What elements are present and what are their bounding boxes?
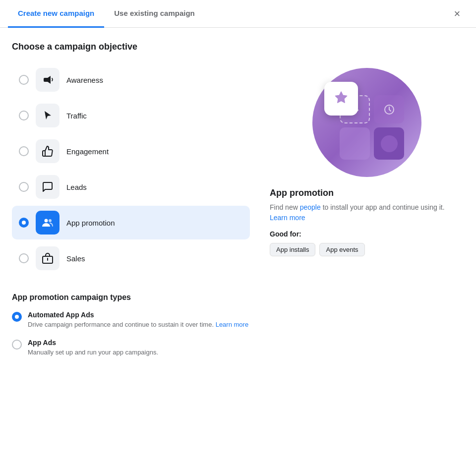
awareness-label: Awareness bbox=[66, 76, 103, 84]
sales-label: Sales bbox=[66, 254, 85, 263]
objective-sales[interactable]: Sales bbox=[12, 241, 250, 275]
promo-title: App promotion bbox=[270, 188, 464, 198]
ct-automated-learn-more[interactable]: Learn more bbox=[216, 321, 248, 328]
star-card bbox=[324, 82, 358, 116]
objective-awareness[interactable]: Awareness bbox=[12, 63, 250, 97]
promo-desc: Find new people to install your app and … bbox=[270, 202, 464, 223]
ct-manual-text: App Ads Manually set up and run your app… bbox=[28, 339, 158, 357]
radio-leads bbox=[19, 182, 29, 192]
traffic-icon-box bbox=[36, 104, 60, 127]
objectives-list: Awareness Traffic bbox=[12, 63, 250, 277]
campaign-types-section: App promotion campaign types Automated A… bbox=[12, 293, 464, 366]
awareness-icon-box bbox=[36, 68, 60, 92]
modal-content: Choose a campaign objective Awareness bbox=[0, 28, 476, 378]
bag-icon bbox=[42, 252, 54, 264]
leads-icon-box bbox=[36, 175, 60, 199]
promo-people-link[interactable]: people bbox=[300, 203, 321, 211]
megaphone-icon bbox=[42, 74, 54, 86]
cursor-icon bbox=[42, 110, 53, 121]
svg-point-0 bbox=[45, 219, 48, 223]
thumbsup-icon bbox=[42, 145, 54, 157]
svg-point-1 bbox=[49, 219, 52, 222]
two-column-layout: Awareness Traffic bbox=[12, 63, 464, 277]
radio-app-promotion bbox=[19, 218, 29, 228]
promo-learn-more-link[interactable]: Learn more bbox=[270, 214, 305, 222]
ct-radio-automated bbox=[12, 312, 22, 322]
campaign-type-automated[interactable]: Automated App Ads Drive campaign perform… bbox=[12, 311, 464, 330]
engagement-label: Engagement bbox=[66, 147, 109, 156]
campaign-types-title: App promotion campaign types bbox=[12, 293, 464, 302]
tab-use-existing[interactable]: Use existing campaign bbox=[104, 0, 205, 28]
promo-desc-before: Find new bbox=[270, 203, 300, 211]
ct-radio-automated-inner bbox=[15, 315, 19, 319]
sales-icon-box bbox=[36, 246, 60, 270]
tag-app-installs: App installs bbox=[270, 243, 315, 256]
app-promotion-label: App promotion bbox=[66, 219, 115, 227]
circle-decoration bbox=[381, 135, 398, 152]
people-icon bbox=[41, 216, 54, 229]
objective-engagement[interactable]: Engagement bbox=[12, 134, 250, 168]
tags-container: App installs App events bbox=[270, 243, 464, 256]
ct-automated-title: Automated App Ads bbox=[28, 311, 248, 319]
engagement-icon-box bbox=[36, 139, 60, 163]
radio-traffic bbox=[19, 111, 29, 120]
objective-leads[interactable]: Leads bbox=[12, 170, 250, 204]
ct-manual-desc: Manually set up and run your app campaig… bbox=[28, 348, 158, 357]
radio-engagement bbox=[19, 146, 29, 156]
leads-label: Leads bbox=[66, 183, 87, 191]
radio-sales bbox=[19, 253, 29, 263]
app-cell-4 bbox=[374, 127, 404, 160]
objective-app-promotion[interactable]: App promotion bbox=[12, 206, 250, 239]
ct-radio-manual bbox=[12, 340, 22, 350]
promo-desc-after: to install your app and continue using i… bbox=[321, 203, 445, 211]
tag-app-events: App events bbox=[319, 243, 364, 256]
good-for-label: Good for: bbox=[270, 230, 464, 238]
ct-manual-title: App Ads bbox=[28, 339, 158, 347]
objective-traffic[interactable]: Traffic bbox=[12, 99, 250, 132]
app-cell-2 bbox=[374, 95, 404, 123]
close-button[interactable]: × bbox=[448, 5, 466, 23]
ct-automated-desc: Drive campaign performance and continue … bbox=[28, 320, 248, 330]
app-cell-3 bbox=[340, 127, 370, 160]
campaign-type-manual[interactable]: App Ads Manually set up and run your app… bbox=[12, 339, 464, 357]
chat-icon bbox=[42, 181, 54, 193]
clock-icon bbox=[383, 103, 396, 116]
star-icon bbox=[332, 89, 351, 108]
tab-create-new[interactable]: Create new campaign bbox=[8, 0, 104, 28]
ct-automated-text: Automated App Ads Drive campaign perform… bbox=[28, 311, 248, 330]
promo-illustration bbox=[312, 68, 421, 177]
section-title: Choose a campaign objective bbox=[12, 42, 464, 52]
ct-automated-desc-text: Drive campaign performance and continue … bbox=[28, 321, 214, 328]
tab-bar: Create new campaign Use existing campaig… bbox=[0, 0, 476, 28]
promo-panel: App promotion Find new people to install… bbox=[270, 63, 464, 277]
traffic-label: Traffic bbox=[66, 112, 87, 120]
radio-app-promotion-inner bbox=[22, 221, 26, 225]
radio-awareness bbox=[19, 75, 29, 85]
app-promotion-icon-box bbox=[36, 211, 60, 234]
modal: Create new campaign Use existing campaig… bbox=[0, 0, 476, 469]
